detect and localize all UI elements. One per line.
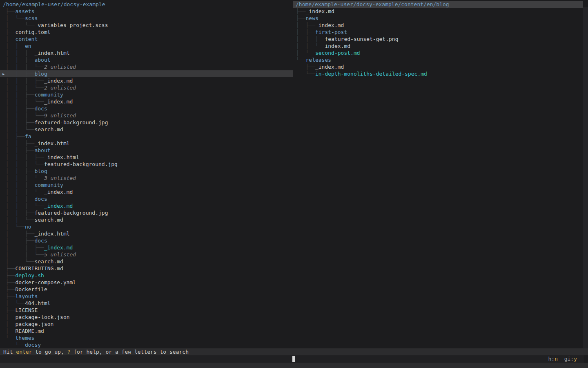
mode-flags: h:n gi:y [548, 355, 577, 363]
tree-row[interactable]: │ └──404.html [0, 300, 293, 307]
tree-row[interactable]: │ └──_variables_project.scss [0, 22, 293, 29]
status-bar: Hit enter to go up, ? for help, or a few… [0, 348, 588, 355]
file-name: _index.md [305, 8, 334, 14]
tree-row[interactable]: │ └──scss [0, 15, 293, 22]
directory-name: docs [34, 196, 47, 202]
tree-branch-lines: │ │ ├── [6, 71, 34, 77]
tree-row[interactable]: │ │ └──search.md [0, 126, 293, 133]
right-panel: /home/example-user/docsy-example/content… [293, 0, 588, 77]
tree-row[interactable]: │ │ └──5 unlisted [0, 251, 293, 258]
directory-name: no [25, 224, 31, 230]
tree-branch-lines: │ │ └── [6, 217, 34, 223]
tree-row[interactable]: │ │ ├──docs [0, 105, 293, 112]
broot-file-manager-window: /home/example-user/docsy-example ├──asse… [0, 0, 588, 368]
tree-row[interactable]: │ │ ├──featured-background.jpg [0, 209, 293, 216]
directory-name: fa [25, 133, 31, 139]
directory-name: about [34, 147, 50, 153]
tree-branch-lines: └── [296, 57, 305, 63]
tree-row[interactable]: ├──docker-compose.yaml [0, 279, 293, 286]
tree-row[interactable]: │ │ ├──featured-sunset-get.png [293, 36, 588, 43]
tree-row[interactable]: ├──content [0, 36, 293, 43]
tree-row-selected[interactable]: ▶│ │ ├──blog [0, 70, 293, 77]
tree-row[interactable]: │ ├──fa [0, 133, 293, 140]
tree-row[interactable]: │ │ ├──_index.md [0, 244, 293, 251]
tree-branch-lines: ├── [296, 8, 305, 14]
tree-row[interactable]: │ │ ├──community [0, 91, 293, 98]
left-tree: ├──assets│ └──scss│ └──_variables_projec… [0, 8, 293, 348]
tree-row[interactable]: │ │ │ └──_index.md [0, 98, 293, 105]
tree-row[interactable]: │ │ ├──community [0, 182, 293, 188]
tree-row[interactable]: │ │ │ └──3 unlisted [0, 175, 293, 182]
file-name: second-post.md [315, 50, 360, 56]
tree-row[interactable]: │ │ │ ├──_index.md [0, 77, 293, 84]
tree-row[interactable]: ├──Dockerfile [0, 286, 293, 293]
tree-row[interactable]: │ ├──docs [0, 237, 293, 244]
tree-row[interactable]: ├──LICENSE [0, 307, 293, 314]
file-name: featured-sunset-get.png [325, 36, 398, 42]
tree-row[interactable]: └──docsy [0, 341, 293, 348]
directory-name: docs [34, 238, 47, 244]
tree-row[interactable]: │ │ │ └──9 unlisted [0, 112, 293, 119]
tree-branch-lines: ├── [6, 321, 15, 327]
tree-branch-lines: │ │ │ └── [6, 203, 44, 209]
tree-row[interactable]: │ │ ├──about [0, 147, 293, 154]
tree-row[interactable]: │ │ │ └──_index.md [0, 202, 293, 209]
tree-row[interactable]: │ │ ├──docs [0, 195, 293, 202]
tree-row[interactable]: ├──news [293, 15, 588, 22]
tree-row[interactable]: └──releases [293, 56, 588, 63]
tree-row[interactable]: ├──assets [0, 8, 293, 15]
tree-row[interactable]: │ │ │ └──2 unlisted [0, 84, 293, 91]
directory-name: first-post [315, 29, 347, 35]
tree-row[interactable]: │ │ │ └──2 unlisted [0, 63, 293, 70]
tree-branch-lines: │ ├── [296, 29, 315, 35]
tree-row[interactable]: │ │ │ └──_index.md [0, 188, 293, 195]
tree-row[interactable]: │ └──search.md [0, 258, 293, 265]
tree-row[interactable]: │ │ ├──_index.html [0, 140, 293, 147]
tree-row[interactable]: │ │ ├──about [0, 56, 293, 63]
file-name: Dockerfile [15, 286, 47, 292]
tree-row[interactable]: │ │ ├──blog [0, 168, 293, 175]
tree-row[interactable]: │ ├──_index.html [0, 230, 293, 237]
tree-branch-lines: │ └── [296, 50, 315, 56]
tree-row[interactable]: │ │ └──index.md [293, 43, 588, 49]
tree-row[interactable]: ├──package.json [0, 321, 293, 328]
file-name: CONTRIBUTING.md [15, 265, 63, 272]
tree-row[interactable]: ├──package-lock.json [0, 314, 293, 321]
tree-branch-lines: │ │ │ ├── [6, 154, 44, 160]
tree-row[interactable]: └──themes [0, 334, 293, 341]
tree-row[interactable]: ├──README.md [0, 328, 293, 334]
tree-branch-lines: │ │ └── [6, 126, 34, 132]
tree-row[interactable]: │ └──no [0, 223, 293, 230]
flag-value: y [574, 356, 577, 362]
tree-row[interactable]: │ ├──en [0, 43, 293, 49]
tree-branch-lines: ├── [6, 29, 15, 35]
tree-row[interactable]: ├──_index.md [293, 63, 588, 70]
tree-row[interactable]: │ ├──first-post [293, 29, 588, 36]
tree-row[interactable]: │ │ └──search.md [0, 216, 293, 223]
tree-row[interactable]: ├──deploy.sh [0, 272, 293, 279]
tree-row[interactable]: ├──CONTRIBUTING.md [0, 265, 293, 272]
tree-row[interactable]: │ │ ├──_index.html [0, 49, 293, 56]
tree-row[interactable]: │ │ │ └──featured-background.jpg [0, 161, 293, 168]
tree-row[interactable]: │ │ ├──featured-background.jpg [0, 119, 293, 126]
tree-branch-lines: │ └── [6, 224, 25, 230]
file-name: featured-background.jpg [34, 119, 108, 126]
tree-branch-lines: │ │ ├── [6, 140, 34, 146]
tree-row[interactable]: │ ├──_index.md [293, 22, 588, 29]
tree-branch-lines: ├── [6, 8, 15, 14]
tree-row[interactable]: ├──config.toml [0, 29, 293, 36]
tree-branch-lines: ├── [6, 328, 15, 334]
tree-row[interactable]: ├──_index.md [293, 8, 588, 15]
tree-row[interactable]: │ │ │ ├──_index.html [0, 154, 293, 161]
tree-row[interactable]: │ └──second-post.md [293, 49, 588, 56]
tree-branch-lines: │ │ │ ├── [6, 78, 44, 84]
left-panel: /home/example-user/docsy-example ├──asse… [0, 0, 293, 348]
tree-branch-lines: ├── [6, 293, 15, 299]
selection-arrow-icon: ▶ [2, 71, 4, 77]
command-input-bar[interactable]: :e h:n gi:y [0, 355, 584, 363]
tree-branch-lines: │ ├── [6, 238, 34, 244]
tree-row[interactable]: ├──layouts [0, 293, 293, 300]
tree-branch-lines: │ └── [6, 258, 34, 265]
tree-row[interactable]: └──in-depth-monoliths-detailed-spec.md [293, 70, 588, 77]
scrollbar-track[interactable] [583, 7, 588, 348]
